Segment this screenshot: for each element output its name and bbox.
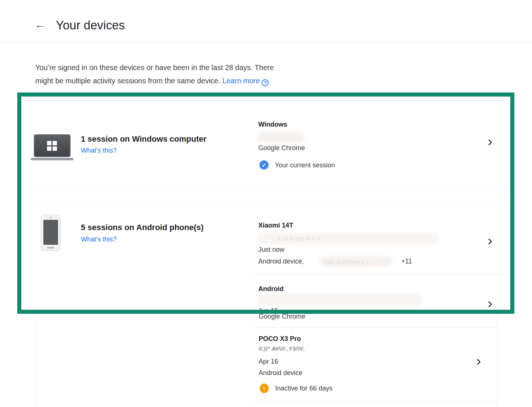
learn-more-link[interactable]: Learn more <box>222 77 260 85</box>
session-time: Apr 16 <box>259 358 278 366</box>
warning-icon: ! <box>260 384 269 393</box>
session-divider <box>251 274 510 274</box>
session-time: Just now <box>258 246 284 254</box>
help-icon[interactable]: ? <box>262 79 269 86</box>
session-time-partial: Jun 15 <box>258 307 278 314</box>
session-device-name: POCO X3 Pro <box>259 335 301 343</box>
chevron-right-icon[interactable] <box>485 299 495 309</box>
windows-logo-icon <box>47 141 57 151</box>
inactive-status: Inactive for 66 days <box>275 385 332 392</box>
chevron-right-icon[interactable] <box>485 237 495 246</box>
page-title: Your devices <box>56 18 125 32</box>
session-device-name: Xiaomi 14T <box>258 222 293 229</box>
android-card-title: 5 sessions on Android phone(s) <box>81 223 204 232</box>
more-sessions-count: +11 <box>401 258 412 265</box>
android-card[interactable]: 5 sessions on Android phone(s) What's th… <box>20 201 510 314</box>
back-arrow-icon[interactable]: ← <box>35 19 46 30</box>
redacted-blur <box>258 294 422 306</box>
session-detail: Android device <box>259 369 302 377</box>
intro-line1: You’re signed in on these devices or hav… <box>35 63 274 72</box>
session-divider <box>251 327 498 328</box>
android-phone-icon <box>41 215 61 251</box>
whats-this-link[interactable]: What's this? <box>81 236 116 243</box>
intro-text: You’re signed in on these devices or hav… <box>35 61 351 87</box>
redacted-blur <box>258 131 305 142</box>
highlight-annotation-frame: 1 session on Windows computer What's thi… <box>17 92 514 314</box>
windows-card-title: 1 session on Windows computer <box>81 134 206 144</box>
session-divider <box>251 401 498 401</box>
redacted-scribble: Il;)(*.AVUI;,Y3/IV; <box>259 346 305 352</box>
session-os: Windows <box>258 121 287 128</box>
laptop-base <box>31 158 73 160</box>
windows-laptop-icon <box>34 134 71 157</box>
session-device-name: Android <box>258 285 284 293</box>
current-session-check-icon: ✓ <box>259 160 269 170</box>
whats-this-link[interactable]: What's this? <box>81 147 116 155</box>
session-detail: Android device, <box>258 258 304 265</box>
intro-line2: might be multiple activity sessions from… <box>35 77 220 85</box>
chevron-right-icon[interactable] <box>474 357 483 367</box>
chevron-right-icon[interactable] <box>485 138 495 147</box>
header-divider <box>0 42 532 42</box>
redacted-faint-text: .(i)(i)·(i.(i)(i)(o(·), i, <box>323 259 370 265</box>
windows-card[interactable]: 1 session on Windows computer What's thi… <box>20 100 510 186</box>
session-browser: Google Chrome <box>259 313 305 320</box>
current-session-label: Your current session <box>275 161 335 169</box>
redacted-faint-text: (i,)i(·(i,(i)(i,o(·), i; <box>278 236 321 241</box>
session-browser: Google Chrome <box>258 144 305 152</box>
